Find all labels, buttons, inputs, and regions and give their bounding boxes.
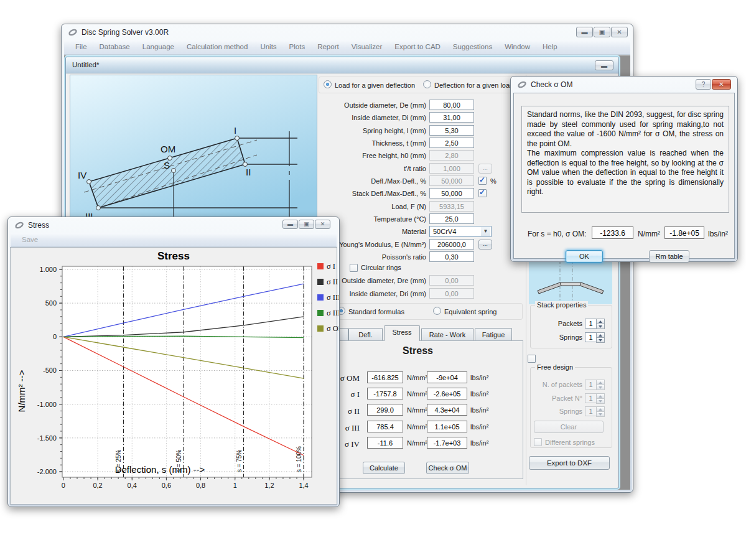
radio-equivalent-spring[interactable] [433, 307, 441, 315]
svg-text:1: 1 [233, 482, 237, 489]
unit-label: N/mm² [407, 374, 427, 381]
inside-diameter-input[interactable] [429, 112, 474, 123]
menu-language[interactable]: Language [136, 40, 180, 50]
export-to-dxf-button[interactable]: Export to DXF [529, 456, 610, 470]
free-height-input [429, 150, 474, 161]
dialog-title: Check σ OM [531, 80, 572, 89]
field-label: Thickness, t (mm) [254, 139, 426, 147]
menu-report[interactable]: Report [311, 40, 345, 50]
unit-label: lbs/in² [470, 423, 488, 431]
youngs-modulus-more-button[interactable]: ... [478, 240, 492, 250]
svg-text:0: 0 [62, 482, 65, 489]
stress-titlebar[interactable]: Stress ▬ ▣ ✕ [8, 217, 339, 233]
menu-plots[interactable]: Plots [283, 40, 312, 50]
radio-deflection-for-load-label: Deflection for a given load [434, 82, 513, 89]
unit-label: lbs/in² [470, 374, 488, 381]
packets-label: Packets [530, 320, 582, 327]
stack-defl-checkbox[interactable] [478, 189, 487, 197]
legend-swatch [317, 325, 324, 332]
document-titlebar[interactable]: Untitled* ▬ [66, 57, 618, 73]
unit-label: N/mm² [407, 406, 427, 414]
help-icon[interactable]: ? [696, 79, 711, 90]
springs-stepper[interactable] [585, 332, 597, 342]
main-titlebar[interactable]: Disc Spring Solver v3.00R ▬ ▣ ✕ [62, 24, 633, 40]
restore-button[interactable]: ▣ [299, 220, 314, 229]
stack-defl-input[interactable] [429, 188, 474, 198]
rm-table-button[interactable]: Rm table [649, 250, 689, 263]
document-title: Untitled* [72, 61, 99, 68]
packet-n-down-icon [596, 398, 605, 404]
menu-database[interactable]: Database [93, 40, 136, 50]
temperature-input[interactable] [429, 213, 474, 224]
minimize-button[interactable]: ▬ [576, 27, 593, 37]
close-icon[interactable]: ✕ [611, 27, 628, 37]
dialog-titlebar[interactable]: Check σ OM ? ✕ [511, 77, 737, 93]
outside-diameter-input[interactable] [429, 100, 474, 110]
tab-stress[interactable]: Stress [384, 325, 420, 341]
legend-swatch [317, 294, 324, 301]
check-sigma-om-button[interactable]: Check σ OM [426, 462, 469, 474]
menu-units[interactable]: Units [254, 40, 282, 50]
menu-help[interactable]: Help [536, 40, 564, 50]
legend-entry: σ OM [327, 324, 339, 333]
youngs-modulus-input[interactable] [429, 239, 474, 250]
spring-height-input[interactable] [429, 125, 474, 136]
free-design-enable-checkbox[interactable] [528, 355, 536, 363]
svg-text:0: 0 [53, 333, 57, 340]
menu-visualizer[interactable]: Visualizer [345, 40, 389, 50]
result-lbs-value: -1.8e+05 [664, 226, 704, 239]
load-input [429, 201, 474, 212]
n-of-packets-label: N. of packets [530, 381, 582, 388]
radio-load-for-deflection[interactable] [324, 80, 332, 88]
close-icon[interactable]: ✕ [315, 220, 330, 229]
document-minimize-button[interactable]: ▬ [595, 60, 613, 70]
field-label: Defl./Max-Defl., % [254, 177, 426, 185]
stress-chart-window: Stress ▬ ▣ ✕ Save Stress N/mm² --> 00,20… [7, 217, 340, 507]
packets-stepper[interactable] [585, 319, 597, 329]
defl-percent-checkbox[interactable] [478, 177, 487, 185]
tab-fatigue[interactable]: Fatigue [475, 328, 512, 341]
free-design-title: Free design [535, 363, 575, 371]
menu-calculation-method[interactable]: Calculation method [180, 40, 254, 50]
defl-max-defl-input [429, 175, 474, 186]
sigma-iv-lbs-value: -1.7e+03 [427, 437, 467, 449]
svg-text:0,4: 0,4 [128, 482, 137, 489]
legend-entry: σ III [327, 293, 339, 302]
unit-label: lbs/in² [470, 439, 488, 447]
poissons-ratio-input[interactable] [429, 251, 474, 262]
chart-x-axis-label: Deflection, s (mm) --> [11, 464, 309, 475]
ok-button[interactable]: OK [566, 250, 603, 263]
thickness-input[interactable] [429, 138, 474, 148]
field-label: Free height, h0 (mm) [254, 152, 426, 159]
menu-suggestions[interactable]: Suggestions [447, 40, 498, 50]
packets-down-icon[interactable] [596, 324, 605, 329]
svg-text:500: 500 [45, 299, 57, 307]
n-of-packets-stepper [585, 380, 597, 390]
circular-rings-checkbox[interactable] [350, 264, 358, 272]
menu-window[interactable]: Window [498, 40, 536, 50]
outside-diameter-dre-input [429, 275, 474, 286]
menu-file[interactable]: File [69, 40, 93, 50]
springs-down-icon[interactable] [596, 337, 605, 343]
menu-save[interactable]: Save [16, 233, 44, 243]
stress-menu-bar: Save [11, 233, 337, 247]
material-select[interactable]: 50CrV4▼ [429, 226, 492, 237]
menu-export-to-cad[interactable]: Export to CAD [388, 40, 447, 50]
unit-label: N/mm² [407, 439, 427, 447]
radio-deflection-for-load[interactable] [423, 80, 431, 88]
calculate-button[interactable]: Calculate [363, 462, 405, 474]
sigma-i-lbs-value: -2.6e+05 [427, 388, 467, 399]
radio-load-for-deflection-label: Load for a given deflection [335, 82, 415, 89]
minimize-button[interactable]: ▬ [282, 220, 298, 229]
tab-defl[interactable]: Defl. [348, 328, 383, 341]
result-label: For s = h0, σ OM: [528, 230, 586, 238]
close-icon[interactable]: ✕ [712, 79, 731, 90]
tab-rate-work[interactable]: Rate - Work [421, 328, 473, 341]
inside-diameter-dri-input [429, 288, 474, 299]
legend-entry: σ I [327, 262, 335, 271]
sigma-i-nmm2-value: -1757.8 [367, 388, 403, 399]
svg-text:-500: -500 [43, 366, 57, 374]
fd-springs-label: Springs [530, 408, 582, 415]
maximize-button[interactable]: ▣ [594, 27, 610, 37]
svg-text:1,4: 1,4 [299, 482, 308, 489]
